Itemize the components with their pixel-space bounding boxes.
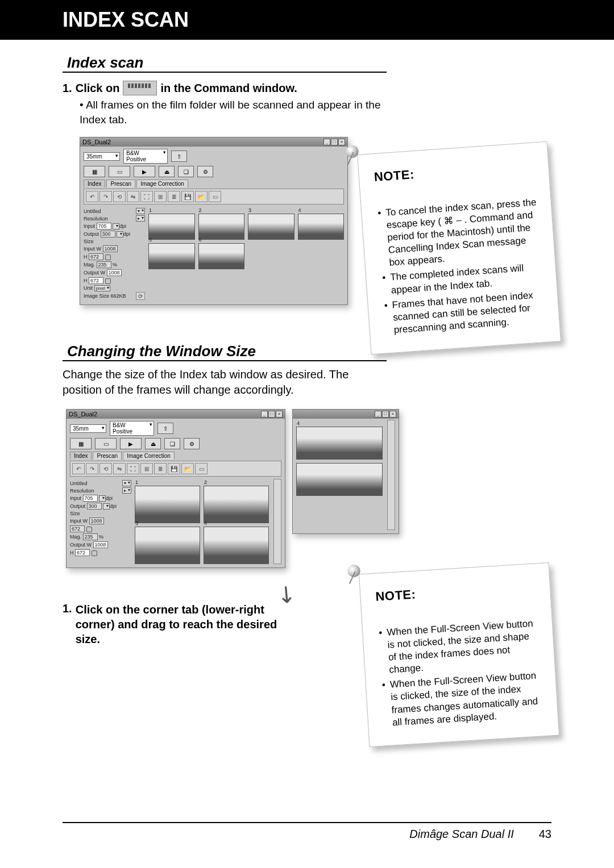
thumbnail[interactable]: 2 xyxy=(204,486,269,523)
tool-load-icon[interactable]: 📂 xyxy=(181,463,194,474)
tab-image-correction[interactable]: Image Correction xyxy=(123,452,175,460)
thumbnail-grid: 1 2 3 4 5 6 xyxy=(148,207,344,301)
refresh-icon[interactable]: ⟳ xyxy=(136,292,145,300)
input-res-field[interactable]: 705 xyxy=(83,495,98,502)
output-h-field[interactable]: 672 xyxy=(75,549,90,556)
tool-rotate-icon[interactable]: ⟲ xyxy=(99,463,112,474)
scrollbar[interactable] xyxy=(387,420,395,530)
close-icon[interactable]: × xyxy=(338,139,345,145)
input-h-field[interactable]: 672 xyxy=(89,253,103,260)
tool-undo-icon[interactable]: ↶ xyxy=(86,191,98,202)
thumbnail[interactable]: 5 xyxy=(148,243,195,269)
window-top-toolbar: 35mm B&W Positive ⇧ xyxy=(80,147,347,166)
input-w-field[interactable]: 1008 xyxy=(103,245,118,252)
thumbnail[interactable]: 4 xyxy=(296,427,383,460)
tool-flip-icon[interactable]: ⇋ xyxy=(113,463,126,474)
tool-fit-icon[interactable]: ⊞ xyxy=(154,191,167,202)
res-dropdown[interactable]: ▸ xyxy=(136,215,145,222)
index-scan-button[interactable]: ▦ xyxy=(84,166,105,177)
lock-icon2[interactable] xyxy=(92,550,97,556)
tool-sort-icon[interactable]: ≣ xyxy=(168,191,180,202)
image-type-dropdown[interactable]: B&W Positive xyxy=(110,421,154,436)
film-type-dropdown[interactable]: 35mm xyxy=(70,424,106,433)
input-h-field[interactable]: 672 xyxy=(70,525,85,532)
settings-button[interactable]: ❏ xyxy=(164,438,180,449)
toolbar-btn-a[interactable]: ⇧ xyxy=(171,151,187,162)
tool-load-icon[interactable]: 📂 xyxy=(195,191,208,202)
job-dropdown[interactable]: ▾ xyxy=(136,208,145,214)
thumbnail[interactable]: 4 xyxy=(298,214,345,240)
mag-field[interactable]: 235 xyxy=(97,261,111,268)
tool-sort-icon[interactable]: ≣ xyxy=(154,463,167,474)
tab-image-correction[interactable]: Image Correction xyxy=(136,180,188,187)
prefs-button[interactable]: ⚙ xyxy=(184,438,200,449)
settings-button[interactable]: ❏ xyxy=(178,166,194,177)
image-type-dropdown[interactable]: B&W Positive xyxy=(123,149,168,164)
tool-redo-icon[interactable]: ↷ xyxy=(86,463,98,474)
thumbnail[interactable]: 1 xyxy=(135,486,200,523)
job-dropdown[interactable]: ▾ xyxy=(122,480,131,486)
max-icon[interactable]: □ xyxy=(331,139,338,145)
mag-field[interactable]: 235 xyxy=(83,533,98,540)
tool-save-icon[interactable]: 💾 xyxy=(181,191,194,202)
tab-prescan[interactable]: Prescan xyxy=(93,452,122,460)
tool-rotate-icon[interactable]: ⟲ xyxy=(113,191,126,202)
input-w-field[interactable]: 1008 xyxy=(89,518,104,524)
tool-redo-icon[interactable]: ↷ xyxy=(99,191,112,202)
tab-index[interactable]: Index xyxy=(84,180,105,187)
film-type-dropdown[interactable]: 35mm xyxy=(84,152,120,161)
lock-icon[interactable] xyxy=(105,254,111,260)
output-w-field[interactable]: 1008 xyxy=(93,541,108,548)
unit-dd[interactable] xyxy=(113,223,119,229)
thumbnail[interactable]: 6 xyxy=(198,243,245,269)
tab-prescan[interactable]: Prescan xyxy=(106,180,135,187)
output-w-field[interactable]: 1008 xyxy=(107,269,122,276)
tool-fullscreen-icon[interactable]: ⛶ xyxy=(140,191,153,202)
window-title-text: DS_Dual2 xyxy=(69,411,97,418)
scrollbar[interactable] xyxy=(273,479,281,564)
close-icon[interactable]: × xyxy=(389,411,396,418)
lock-icon2[interactable] xyxy=(105,278,111,284)
eject-button[interactable]: ⏏ xyxy=(145,438,161,449)
res-dropdown[interactable]: ▸ xyxy=(122,487,131,494)
unit-select[interactable]: pixel xyxy=(94,285,110,291)
thumbnail[interactable]: 3 xyxy=(135,527,200,564)
eject-button[interactable]: ⏏ xyxy=(159,166,175,177)
thumbnail[interactable]: 3 xyxy=(248,214,294,240)
size-label: Size xyxy=(70,511,80,516)
scan-button[interactable]: ▶ xyxy=(120,438,142,449)
unit-label: Unit xyxy=(84,285,93,291)
thumbnail[interactable]: 4 xyxy=(204,527,269,564)
min-icon[interactable]: _ xyxy=(261,411,268,418)
toolbar-btn-a[interactable]: ⇧ xyxy=(157,423,173,434)
section-heading-window-size: Changing the Window Size xyxy=(63,343,387,361)
prefs-button[interactable]: ⚙ xyxy=(197,166,213,177)
close-icon[interactable]: × xyxy=(276,411,283,418)
thumbnail[interactable]: 2 xyxy=(198,214,245,240)
max-icon[interactable]: □ xyxy=(382,411,389,418)
max-icon[interactable]: □ xyxy=(268,411,275,418)
lock-icon[interactable] xyxy=(86,527,92,532)
tab-index[interactable]: Index xyxy=(70,452,92,460)
output-res-field[interactable]: 300 xyxy=(87,503,102,510)
thumbnail[interactable] xyxy=(296,463,383,496)
tool-save-icon[interactable]: 💾 xyxy=(168,463,180,474)
thumbnail[interactable]: 1 xyxy=(148,214,195,240)
output-res-field[interactable]: 300 xyxy=(101,231,115,237)
tool-fullscreen-icon[interactable]: ⛶ xyxy=(127,463,139,474)
prescan-button[interactable]: ▭ xyxy=(95,438,117,449)
tool-view-icon[interactable]: ▭ xyxy=(195,463,208,474)
tool-view-icon[interactable]: ▭ xyxy=(209,191,221,202)
tool-flip-icon[interactable]: ⇋ xyxy=(127,191,139,202)
step-1: 1. Click on in the Command window. • All… xyxy=(63,81,551,127)
index-scan-button[interactable]: ▦ xyxy=(70,438,92,449)
prescan-button[interactable]: ▭ xyxy=(109,166,130,177)
tool-fit-icon[interactable]: ⊞ xyxy=(140,463,153,474)
tool-undo-icon[interactable]: ↶ xyxy=(72,463,85,474)
unit-dd2[interactable] xyxy=(117,231,123,237)
min-icon[interactable]: _ xyxy=(323,139,330,145)
min-icon[interactable]: _ xyxy=(375,411,381,418)
scan-button[interactable]: ▶ xyxy=(134,166,155,177)
output-h-field[interactable]: 672 xyxy=(89,277,103,284)
input-res-field[interactable]: 705 xyxy=(97,223,111,229)
